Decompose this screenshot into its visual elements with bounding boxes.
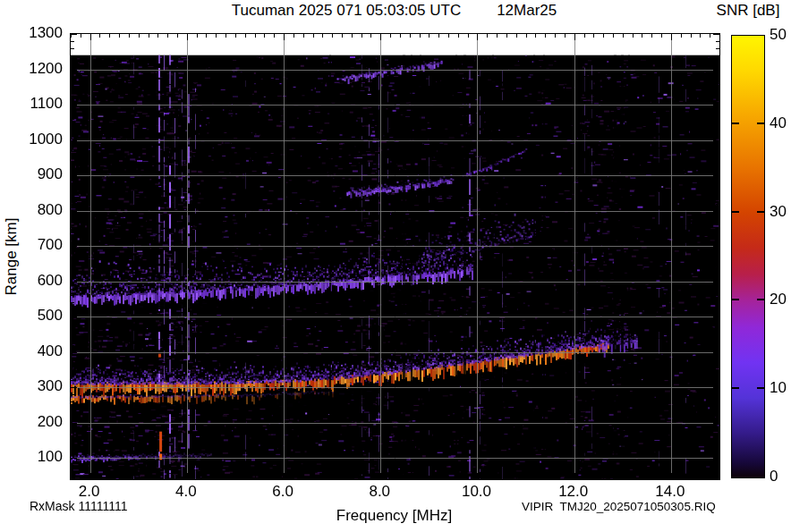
title-text: Tucuman 2025 071 05:03:05 UTC bbox=[232, 2, 461, 20]
x-tick-label: 6.0 bbox=[258, 484, 308, 500]
ionogram-canvas bbox=[71, 34, 719, 479]
colorbar-tick-label: 20 bbox=[770, 291, 791, 308]
file-name-label: VIPIR TMJ20_2025071050305.RIQ bbox=[522, 500, 716, 513]
y-tick-label: 1000 bbox=[0, 131, 63, 148]
y-axis-title: Range [km] bbox=[3, 194, 21, 319]
colorbar-tick-label: 0 bbox=[770, 469, 791, 485]
plot-frame bbox=[70, 33, 720, 480]
y-tick-label: 100 bbox=[0, 449, 63, 465]
y-tick-label: 400 bbox=[0, 343, 63, 359]
colorbar-gradient bbox=[732, 36, 764, 477]
x-tick-label: 2.0 bbox=[64, 484, 115, 500]
colorbar-tick-label: 50 bbox=[770, 27, 791, 43]
title-date: 12Mar25 bbox=[497, 2, 557, 20]
y-tick-label: 1100 bbox=[0, 96, 63, 112]
y-tick-label: 200 bbox=[0, 414, 63, 430]
plot-title: Tucuman 2025 071 05:03:05 UTC 12Mar25 bbox=[70, 2, 719, 21]
colorbar-tick-label: 10 bbox=[770, 380, 791, 396]
y-tick-label: 1200 bbox=[0, 61, 63, 77]
x-tick-label: 12.0 bbox=[549, 484, 599, 500]
colorbar-tick-label: 40 bbox=[770, 115, 791, 131]
colorbar-title: SNR [dB] bbox=[705, 2, 791, 20]
y-tick-label: 900 bbox=[0, 166, 63, 182]
y-tick-label: 300 bbox=[0, 378, 63, 394]
x-tick-label: 14.0 bbox=[645, 484, 695, 500]
x-tick-label: 4.0 bbox=[161, 484, 211, 500]
y-tick-label: 1300 bbox=[0, 25, 63, 41]
ionogram-app: Tucuman 2025 071 05:03:05 UTC 12Mar25 SN… bbox=[0, 0, 791, 532]
x-tick-label: 10.0 bbox=[451, 484, 501, 500]
rx-mask-label: RxMask 11111111 bbox=[30, 499, 127, 513]
colorbar-tick-label: 30 bbox=[770, 204, 791, 220]
x-tick-label: 8.0 bbox=[354, 484, 404, 500]
colorbar bbox=[731, 35, 765, 478]
